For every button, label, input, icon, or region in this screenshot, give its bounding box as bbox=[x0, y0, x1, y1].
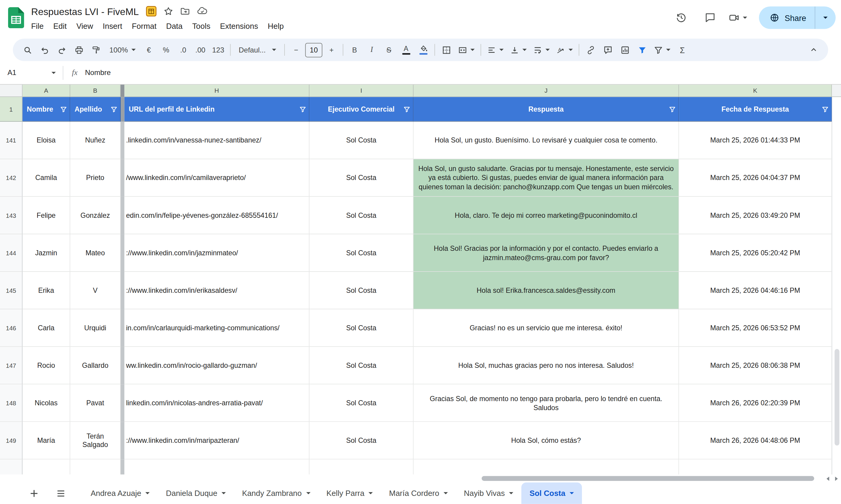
cell-nombre[interactable]: María bbox=[22, 422, 70, 459]
cell-fecha[interactable]: March 25, 2026 08:06:38 PM bbox=[679, 347, 832, 384]
cell-fecha[interactable]: March 25, 2026 04:04:37 PM bbox=[679, 159, 832, 197]
cell-fecha[interactable]: March 26, 2026 02:20:39 PM bbox=[679, 384, 832, 422]
move-folder-icon[interactable] bbox=[180, 6, 190, 18]
cell-respuesta[interactable]: Hola Sol, un gusto. Buenísimo. Lo revisa… bbox=[414, 122, 679, 159]
undo-button[interactable] bbox=[37, 41, 53, 58]
cell-nombre[interactable]: Carla bbox=[22, 309, 70, 347]
cell-url[interactable]: in.com/in/carlaurquidi-marketing-communi… bbox=[125, 309, 310, 347]
cell-apellido[interactable]: Gallardo bbox=[70, 347, 121, 384]
select-all-corner[interactable] bbox=[0, 85, 22, 97]
cell-apellido[interactable]: González bbox=[70, 197, 121, 234]
cell-nombre[interactable]: Jazmin bbox=[22, 234, 70, 272]
filter-funnel-icon[interactable] bbox=[110, 106, 117, 112]
print-button[interactable] bbox=[71, 41, 87, 58]
horizontal-align-button[interactable] bbox=[485, 41, 506, 58]
cell-nombre[interactable]: Felipe bbox=[22, 197, 70, 234]
insert-comment-button[interactable] bbox=[600, 41, 616, 58]
cell-respuesta[interactable]: Hola Sol, un gusto saludarte. Gracias po… bbox=[414, 159, 679, 197]
empty-cell[interactable] bbox=[679, 459, 832, 474]
version-history-button[interactable] bbox=[670, 7, 692, 28]
menu-data[interactable]: Data bbox=[161, 21, 187, 32]
sheet-tab[interactable]: Andrea Azuaje bbox=[83, 482, 158, 504]
row-number[interactable]: 142 bbox=[0, 159, 22, 197]
header-cell-nombre[interactable]: Nombre bbox=[22, 97, 70, 122]
cell-apellido[interactable]: Nuñez bbox=[70, 122, 121, 159]
cell-apellido[interactable]: V bbox=[70, 272, 121, 309]
menu-tools[interactable]: Tools bbox=[187, 21, 215, 32]
cell-apellido[interactable]: Mateo bbox=[70, 234, 121, 272]
borders-button[interactable] bbox=[438, 41, 454, 58]
cell-ejecutivo[interactable]: Sol Costa bbox=[310, 422, 414, 459]
filter-funnel-icon[interactable] bbox=[403, 106, 410, 112]
format-percent-button[interactable]: % bbox=[158, 41, 174, 58]
empty-cell[interactable] bbox=[70, 459, 121, 474]
search-button[interactable] bbox=[19, 41, 35, 58]
empty-cell[interactable] bbox=[22, 459, 70, 474]
header-cell-apellido[interactable]: Apellido bbox=[70, 97, 121, 122]
cell-ejecutivo[interactable]: Sol Costa bbox=[310, 122, 414, 159]
formula-input[interactable]: Nombre bbox=[85, 69, 111, 77]
row-number[interactable]: 146 bbox=[0, 309, 22, 347]
menu-file[interactable]: File bbox=[27, 21, 49, 32]
cell-respuesta[interactable]: Gracias! no es un servicio que me intere… bbox=[414, 309, 679, 347]
insert-link-button[interactable] bbox=[582, 41, 599, 58]
document-title[interactable]: Respuestas LVI - FiveML bbox=[31, 6, 139, 18]
sheet-tab[interactable]: Daniela Duque bbox=[158, 482, 234, 504]
text-color-button[interactable]: A bbox=[398, 41, 414, 58]
cell-respuesta[interactable]: Hola sol! Erika.francesca.saldes@essity.… bbox=[414, 272, 679, 309]
row-number[interactable]: 145 bbox=[0, 272, 22, 309]
comments-button[interactable] bbox=[699, 7, 721, 28]
cell-nombre[interactable]: Erika bbox=[22, 272, 70, 309]
cell-url[interactable]: edin.com/in/felipe-yévenes-gonzález-6855… bbox=[125, 197, 310, 234]
vertical-scrollbar[interactable] bbox=[832, 97, 841, 474]
cell-url[interactable]: /www.linkedin.com/in/camilaveraprieto/ bbox=[125, 159, 310, 197]
vertical-scrollbar-thumb[interactable] bbox=[835, 349, 840, 446]
vertical-align-button[interactable] bbox=[508, 41, 529, 58]
collapse-toolbar-button[interactable] bbox=[806, 41, 822, 58]
horizontal-scrollbar-thumb[interactable] bbox=[482, 476, 814, 481]
create-filter-button[interactable] bbox=[634, 41, 650, 58]
add-sheet-button[interactable] bbox=[27, 486, 40, 500]
functions-button[interactable]: Σ bbox=[674, 41, 690, 58]
filter-funnel-icon[interactable] bbox=[299, 106, 306, 112]
share-menu-button[interactable] bbox=[815, 6, 836, 29]
cell-ejecutivo[interactable]: Sol Costa bbox=[310, 384, 414, 422]
column-header-h[interactable]: H bbox=[125, 85, 310, 97]
font-family-selector[interactable]: Defaul... bbox=[234, 41, 281, 58]
row-number[interactable]: 141 bbox=[0, 122, 22, 159]
title-badge-icon[interactable] bbox=[146, 6, 157, 19]
cell-fecha[interactable]: March 25, 2026 03:49:20 PM bbox=[679, 197, 832, 234]
cell-apellido[interactable]: Terán Salgado bbox=[70, 422, 121, 459]
italic-button[interactable]: I bbox=[364, 41, 380, 58]
cell-ejecutivo[interactable]: Sol Costa bbox=[310, 272, 414, 309]
cell-fecha[interactable]: March 25, 2026 06:53:52 PM bbox=[679, 309, 832, 347]
cell-url[interactable]: ://www.linkedin.com/in/jazminmateo/ bbox=[125, 234, 310, 272]
cell-nombre[interactable]: Nicolas bbox=[22, 384, 70, 422]
sheet-tab[interactable]: Kandy Zambrano bbox=[234, 482, 318, 504]
filter-funnel-icon[interactable] bbox=[669, 106, 676, 112]
text-wrap-button[interactable] bbox=[530, 41, 552, 58]
cell-url[interactable]: linkedin.com/in/nicolas-andres-arratia-p… bbox=[125, 384, 310, 422]
scroll-left-arrow[interactable] bbox=[827, 477, 829, 481]
paint-format-button[interactable] bbox=[88, 41, 104, 58]
cell-url[interactable]: ://www.linkedin.com/in/maripazteran/ bbox=[125, 422, 310, 459]
increase-decimal-button[interactable]: .00 bbox=[192, 41, 209, 58]
row-number[interactable]: 149 bbox=[0, 422, 22, 459]
all-sheets-button[interactable] bbox=[54, 486, 68, 500]
cell-ejecutivo[interactable]: Sol Costa bbox=[310, 197, 414, 234]
cell-ejecutivo[interactable]: Sol Costa bbox=[310, 234, 414, 272]
insert-chart-button[interactable] bbox=[617, 41, 633, 58]
cell-respuesta[interactable]: Hola, claro. Te dejo mi correo marketing… bbox=[414, 197, 679, 234]
redo-button[interactable] bbox=[54, 41, 70, 58]
star-icon[interactable] bbox=[163, 6, 173, 18]
filter-funnel-icon[interactable] bbox=[60, 106, 67, 112]
cell-apellido[interactable]: Prieto bbox=[70, 159, 121, 197]
more-formats-button[interactable]: 123 bbox=[210, 41, 227, 58]
cell-ejecutivo[interactable]: Sol Costa bbox=[310, 347, 414, 384]
cell-respuesta[interactable]: Gracias Sol, de momento no tengo para pr… bbox=[414, 384, 679, 422]
menu-help[interactable]: Help bbox=[263, 21, 288, 32]
header-cell-ejecutivo[interactable]: Ejecutivo Comercial bbox=[310, 97, 414, 122]
header-cell-respuesta[interactable]: Respuesta bbox=[414, 97, 679, 122]
decrease-decimal-button[interactable]: .0 bbox=[175, 41, 192, 58]
format-currency-button[interactable]: € bbox=[141, 41, 157, 58]
